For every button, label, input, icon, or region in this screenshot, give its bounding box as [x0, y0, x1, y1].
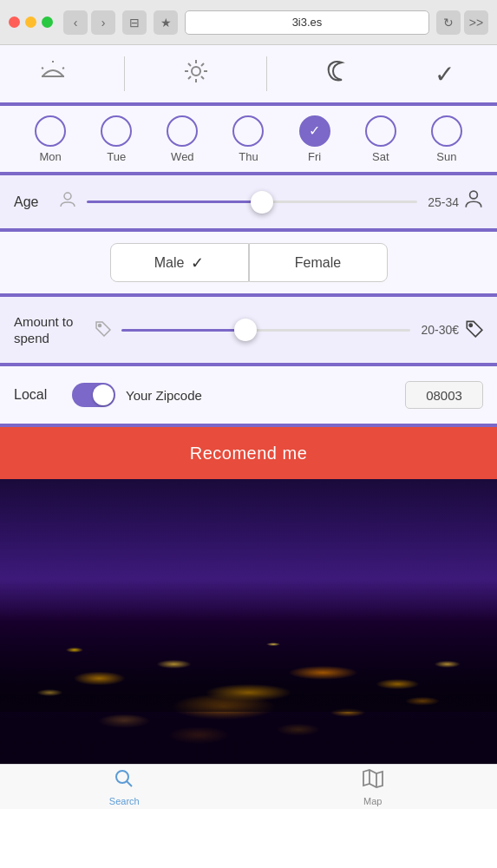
svg-line-10: [201, 76, 204, 79]
app-content: ✓ Mon Tue Wed Thu ✓ Fri Sat: [0, 45, 497, 868]
gender-section: Male ✓ Female: [0, 232, 497, 297]
age-value-text: 25-34: [428, 195, 459, 209]
amount-slider[interactable]: [121, 317, 410, 343]
amount-section: Amount to spend 20-30€: [0, 297, 497, 366]
recommend-section[interactable]: Recomend me: [0, 427, 497, 479]
day-wed-circle: [167, 115, 198, 147]
sunrise-icon: [39, 57, 67, 91]
tab-search-label: Search: [109, 796, 140, 806]
amount-value: 20-30€: [421, 319, 483, 342]
svg-line-2: [62, 68, 64, 69]
back-button[interactable]: ‹: [63, 10, 88, 35]
day-sun[interactable]: Sun: [431, 115, 462, 163]
tab-map[interactable]: Map: [249, 765, 498, 809]
traffic-lights: [9, 16, 53, 28]
svg-point-14: [470, 191, 478, 199]
gender-male-label: Male: [154, 255, 185, 271]
local-toggle[interactable]: [72, 383, 115, 407]
day-sun-circle: [431, 115, 462, 147]
search-icon: [114, 768, 134, 794]
local-section: Local Your Zipcode: [0, 366, 497, 427]
svg-point-17: [116, 771, 128, 783]
browser-right-actions: ↻ >>: [436, 10, 488, 35]
browser-chrome: ‹ › ⊟ ★ 3i3.es ↻ >>: [0, 0, 497, 45]
city-foreground: [0, 694, 497, 764]
bookmark-button[interactable]: ★: [154, 10, 178, 35]
amount-slider-track: [121, 329, 410, 332]
refresh-button[interactable]: ↻: [436, 10, 461, 35]
day-tue-label: Tue: [107, 150, 126, 163]
gender-female-label: Female: [295, 255, 341, 271]
moon-icon: [324, 57, 352, 91]
person-icon-right: [464, 190, 483, 214]
zipcode-label: Your Zipcode: [126, 388, 202, 403]
maximize-button[interactable]: [42, 16, 53, 28]
minimize-button[interactable]: [25, 16, 36, 28]
day-mon-label: Mon: [39, 150, 61, 163]
svg-point-4: [192, 67, 200, 76]
map-icon: [363, 768, 383, 794]
tod-check[interactable]: ✓: [409, 48, 479, 100]
city-photo: [0, 479, 497, 764]
amount-label: Amount to spend: [14, 313, 83, 347]
more-button[interactable]: >>: [464, 10, 488, 35]
gender-female[interactable]: Female: [249, 243, 388, 282]
tod-divider-1: [124, 56, 125, 91]
timeofday-section: ✓: [0, 45, 497, 106]
svg-line-11: [201, 63, 204, 66]
tab-bar: Search Map: [0, 764, 497, 809]
day-mon-circle: [35, 115, 66, 147]
address-bar[interactable]: 3i3.es: [185, 10, 429, 35]
age-value: 25-34: [428, 190, 483, 214]
amount-value-text: 20-30€: [421, 323, 459, 337]
svg-point-15: [99, 324, 101, 326]
tab-map-label: Map: [363, 796, 382, 806]
sun-icon: [182, 57, 210, 91]
svg-point-13: [64, 193, 71, 200]
day-mon[interactable]: Mon: [35, 115, 66, 163]
day-thu[interactable]: Thu: [232, 115, 264, 163]
age-slider-track: [87, 201, 417, 203]
age-slider-thumb[interactable]: [251, 191, 273, 214]
nav-buttons: ‹ ›: [63, 10, 115, 35]
tod-divider-2: [266, 56, 267, 91]
day-wed[interactable]: Wed: [167, 115, 198, 163]
price-tag-icon-left: [94, 319, 111, 341]
check-icon: ✓: [435, 60, 454, 89]
gender-male-check: ✓: [191, 253, 204, 273]
tod-moon[interactable]: [304, 48, 373, 100]
day-sat-circle: [365, 115, 396, 147]
local-label: Local: [14, 387, 62, 403]
zipcode-input[interactable]: [405, 381, 483, 409]
sidebar-button[interactable]: ⊟: [122, 10, 147, 35]
day-fri-label: Fri: [308, 150, 321, 163]
price-tag-icon-right: [464, 319, 483, 342]
svg-marker-19: [363, 770, 383, 787]
tod-sunrise[interactable]: [18, 48, 88, 100]
age-slider[interactable]: [87, 189, 417, 215]
day-fri[interactable]: ✓ Fri: [299, 115, 330, 163]
gender-male[interactable]: Male ✓: [110, 243, 249, 282]
day-tue[interactable]: Tue: [101, 115, 132, 163]
tod-sun[interactable]: [161, 48, 231, 100]
age-section: Age 25-34: [0, 175, 497, 232]
day-sat[interactable]: Sat: [365, 115, 396, 163]
day-thu-circle: [232, 115, 264, 147]
day-tue-circle: [101, 115, 132, 147]
amount-slider-thumb[interactable]: [234, 319, 257, 341]
svg-line-1: [42, 68, 43, 69]
days-section: Mon Tue Wed Thu ✓ Fri Sat Sun: [0, 106, 497, 175]
svg-line-9: [188, 63, 191, 66]
day-thu-label: Thu: [239, 150, 258, 163]
recommend-button-label: Recomend me: [190, 444, 308, 464]
day-sun-label: Sun: [436, 150, 456, 163]
svg-line-12: [188, 76, 191, 79]
day-fri-circle: ✓: [299, 115, 330, 147]
svg-point-16: [469, 324, 472, 326]
day-wed-label: Wed: [171, 150, 194, 163]
close-button[interactable]: [9, 16, 20, 28]
person-icon-left: [59, 191, 76, 213]
tab-search[interactable]: Search: [0, 765, 249, 809]
forward-button[interactable]: ›: [91, 10, 115, 35]
age-label: Age: [14, 194, 49, 210]
